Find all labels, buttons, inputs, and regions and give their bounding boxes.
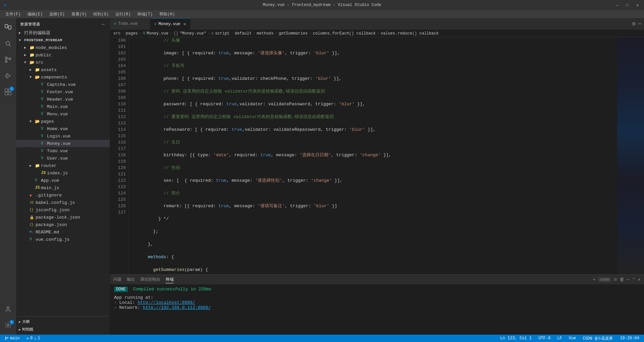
tab-money[interactable]: V Money.vue ✕ bbox=[150, 18, 191, 30]
terminal-trash-icon[interactable]: 🗑 bbox=[620, 277, 624, 282]
terminal-local-url[interactable]: http://localhost:8888/ bbox=[138, 300, 195, 305]
tree-components[interactable]: ▼ 📂 components bbox=[16, 73, 110, 81]
status-position[interactable]: Ln 123, Col 1 bbox=[499, 336, 533, 341]
tree-babel[interactable]: JS babel.config.js bbox=[16, 199, 110, 206]
svg-rect-12 bbox=[5, 92, 8, 95]
terminal-close-icon[interactable]: ✕ bbox=[638, 277, 641, 282]
terminal-split-icon[interactable]: ⊟ bbox=[614, 277, 616, 282]
window-controls[interactable]: ‒ □ ✕ bbox=[614, 2, 641, 8]
tree-menu[interactable]: V Menu.vue bbox=[16, 110, 110, 118]
user-label: User.vue bbox=[47, 156, 68, 161]
tree-app-vue[interactable]: V App.vue bbox=[16, 177, 110, 184]
maximize-button[interactable]: □ bbox=[624, 2, 631, 8]
breadcrumb-pages[interactable]: pages bbox=[126, 31, 138, 36]
tree-router-index[interactable]: JS index.js bbox=[16, 169, 110, 177]
menu-terminal[interactable]: 终端(T) bbox=[135, 11, 156, 18]
menu-goto[interactable]: 转到(G) bbox=[91, 11, 111, 18]
timeline-arrow-icon: ▶ bbox=[19, 328, 21, 332]
tree-login[interactable]: V Login.vue bbox=[16, 132, 110, 140]
minimize-button[interactable]: ‒ bbox=[614, 2, 620, 8]
terminal-network-url[interactable]: http://192.168.0.112:8888/ bbox=[143, 305, 211, 310]
menu-file[interactable]: 文件(F) bbox=[3, 11, 23, 18]
menu-run[interactable]: 运行(R) bbox=[113, 11, 133, 18]
tree-gitignore[interactable]: ◆ .gitignore bbox=[16, 191, 110, 199]
app-vue-icon: V bbox=[35, 178, 41, 183]
public-label: public bbox=[36, 53, 51, 58]
breadcrumb-foreach[interactable]: columns.forEach() callback bbox=[313, 31, 376, 36]
tree-user[interactable]: V User.vue bbox=[16, 155, 110, 162]
open-editors-section[interactable]: ▶ 打开的编辑器 bbox=[16, 29, 110, 37]
tree-header[interactable]: V Header.vue bbox=[16, 96, 110, 103]
tree-package-json[interactable]: {} package.json bbox=[16, 221, 110, 228]
money-vue-icon: V bbox=[41, 141, 47, 146]
tree-money[interactable]: V Money.vue bbox=[16, 140, 110, 147]
activity-debug-icon[interactable] bbox=[0, 68, 16, 84]
tree-package-lock[interactable]: 🔒 package-lock.json bbox=[16, 214, 110, 221]
activity-git-icon[interactable] bbox=[0, 52, 16, 68]
tree-jsconfig[interactable]: {} jsconfig.json bbox=[16, 206, 110, 214]
status-line-ending[interactable]: LF bbox=[556, 336, 563, 341]
tab-todo[interactable]: V Todo.vue bbox=[110, 18, 150, 30]
code-lines[interactable]: // 头像 image: [ { required: true, message… bbox=[129, 37, 617, 274]
breadcrumb-getsummaries[interactable]: getSummaries bbox=[279, 31, 308, 36]
tree-captcha[interactable]: V Captcha.vue bbox=[16, 81, 110, 88]
activity-account-icon[interactable] bbox=[0, 301, 16, 317]
tree-vue-config[interactable]: V vue.config.js bbox=[16, 236, 110, 243]
public-arrow-icon: ▶ bbox=[24, 53, 30, 57]
sidebar-new-file-icon[interactable]: ⋯ bbox=[101, 21, 106, 28]
breadcrumb-moneyvue[interactable]: "Money.vue" bbox=[180, 31, 206, 36]
editor-layout-icon[interactable]: ⊞ bbox=[632, 20, 636, 27]
babel-icon: JS bbox=[30, 201, 36, 205]
menu-edit[interactable]: 编辑(E) bbox=[25, 11, 46, 18]
activity-search-icon[interactable] bbox=[0, 36, 16, 52]
tab-debug-console[interactable]: 调试控制台 bbox=[140, 276, 160, 283]
breadcrumb-methods[interactable]: methods bbox=[257, 31, 273, 36]
breadcrumb-src[interactable]: src bbox=[113, 31, 121, 36]
tree-public[interactable]: ▶ 📁 public bbox=[16, 51, 110, 59]
menu-select[interactable]: 选择(S) bbox=[47, 11, 67, 18]
tab-money-close-icon[interactable]: ✕ bbox=[183, 21, 186, 27]
breadcrumb-file[interactable]: Money.vue bbox=[147, 31, 168, 36]
terminal-more-icon[interactable]: ⋯ bbox=[627, 277, 630, 282]
open-editors-arrow-icon: ▶ bbox=[19, 31, 24, 35]
timeline-section[interactable]: ▶ 时间线 bbox=[16, 326, 110, 333]
tab-problems[interactable]: 问题 bbox=[113, 276, 121, 283]
activity-explorer-icon[interactable] bbox=[0, 19, 16, 36]
breadcrumb-reduce[interactable]: values.reduce() callback bbox=[381, 31, 439, 36]
readme-icon: M↓ bbox=[30, 230, 36, 234]
tree-node-modules[interactable]: ▶ 📁 node_modules bbox=[16, 44, 110, 51]
tree-src[interactable]: ▼ 📂 src bbox=[16, 59, 110, 66]
status-git-branch[interactable]: main bbox=[3, 336, 21, 341]
tab-terminal[interactable]: 终端 bbox=[166, 276, 174, 283]
tree-assets[interactable]: ▶ 📁 assets bbox=[16, 66, 110, 73]
editor-more-icon[interactable]: ⋯ bbox=[638, 20, 641, 27]
svg-rect-10 bbox=[5, 89, 8, 92]
terminal-maximize-icon[interactable]: ⌃ bbox=[632, 277, 635, 282]
menu-view[interactable]: 查看(V) bbox=[69, 11, 90, 18]
home-vue-icon: V bbox=[41, 126, 47, 131]
status-encoding[interactable]: UTF-8 bbox=[537, 336, 552, 341]
status-errors[interactable]: ✕ 0 ⚠ 1 bbox=[25, 336, 42, 341]
project-root[interactable]: ▼ FRONTEND_MYDREAM bbox=[16, 37, 110, 44]
activity-extensions-icon[interactable]: 1 bbox=[0, 84, 16, 100]
menu-help[interactable]: 帮助(H) bbox=[157, 11, 177, 18]
breadcrumb-script[interactable]: script bbox=[215, 31, 229, 36]
status-language[interactable]: Vue bbox=[568, 336, 578, 341]
tree-footer[interactable]: V Footer.vue bbox=[16, 88, 110, 96]
code-editor[interactable]: 100101102103104 105106107108109 11011111… bbox=[110, 37, 644, 274]
outline-section[interactable]: ▶ 大纲 bbox=[16, 318, 110, 326]
tree-router[interactable]: ▶ 📁 router bbox=[16, 162, 110, 169]
terminal-content[interactable]: DONE Compiled successfully in 228ms App … bbox=[110, 285, 644, 335]
line-numbers: 100101102103104 105106107108109 11011111… bbox=[110, 37, 129, 274]
terminal-add-icon[interactable]: + bbox=[593, 277, 595, 282]
tree-pages[interactable]: ▼ 📂 pages bbox=[16, 118, 110, 125]
tree-main-js[interactable]: JS main.js bbox=[16, 184, 110, 191]
tree-todo[interactable]: V Todo.vue bbox=[16, 147, 110, 155]
tree-main-vue[interactable]: V Main.vue bbox=[16, 103, 110, 110]
tree-home[interactable]: V Home.vue bbox=[16, 125, 110, 132]
tree-readme[interactable]: M↓ README.md bbox=[16, 228, 110, 236]
activity-settings-icon[interactable]: 1 bbox=[0, 317, 16, 333]
breadcrumb-default[interactable]: default bbox=[235, 31, 252, 36]
close-button[interactable]: ✕ bbox=[634, 2, 641, 8]
tab-output[interactable]: 输出 bbox=[127, 276, 135, 283]
